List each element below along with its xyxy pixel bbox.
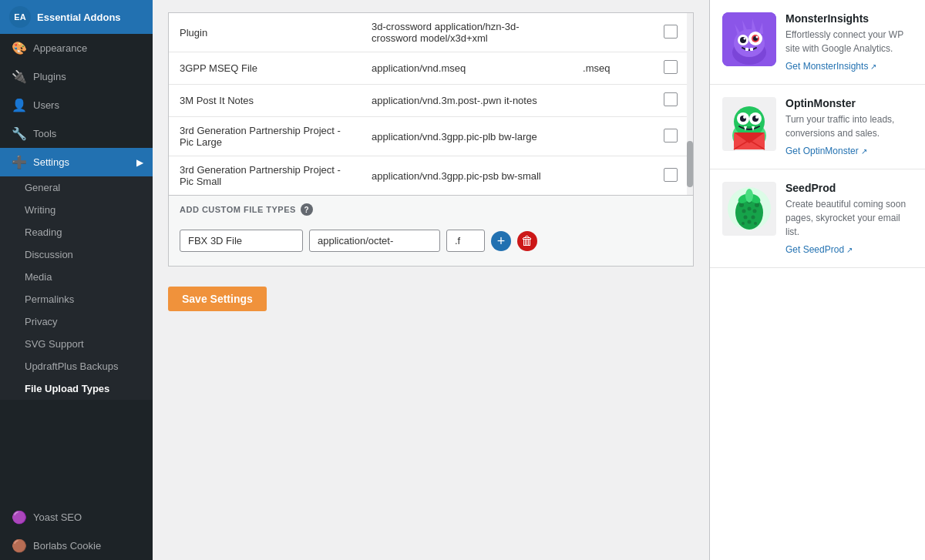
svg-point-38 xyxy=(744,216,748,220)
sidebar-item-users[interactable]: 👤 Users xyxy=(0,91,153,119)
custom-name-input[interactable] xyxy=(180,230,303,252)
ad-title: OptinMonster xyxy=(785,97,913,109)
table-row: 3GPP MSEQ File application/vnd.mseq .mse… xyxy=(169,52,693,85)
add-custom-section: ADD CUSTOM FILE TYPES ? + 🗑 xyxy=(169,195,693,266)
table-row: 3rd Generation Partnership Project - Pic… xyxy=(169,156,693,196)
optinmonster-logo xyxy=(722,97,776,151)
external-link-icon: ↗ xyxy=(846,246,853,254)
cell-name: 3rd Generation Partnership Project - Pic… xyxy=(169,156,361,196)
cell-ext xyxy=(572,156,649,196)
sidebar-item-yoast[interactable]: 🟣 Yoast SEO xyxy=(0,503,153,531)
right-sidebar: MonsterInsights Effortlessly connect you… xyxy=(709,0,925,560)
cell-ext xyxy=(572,117,649,156)
svg-point-42 xyxy=(754,222,757,225)
sidebar-item-tools[interactable]: 🔧 Tools xyxy=(0,119,153,148)
svg-point-36 xyxy=(753,210,757,213)
external-link-icon: ↗ xyxy=(861,147,867,156)
checkbox[interactable] xyxy=(664,129,678,143)
seedprod-logo xyxy=(722,182,776,236)
sidebar-item-borlabs[interactable]: 🟤 Borlabs Cookie xyxy=(0,531,153,560)
add-custom-label: ADD CUSTOM FILE TYPES xyxy=(180,205,296,214)
plugins-icon: 🔌 xyxy=(12,69,27,84)
monsterinsights-logo xyxy=(722,12,776,66)
submenu-item-writing[interactable]: Writing xyxy=(0,199,153,221)
submenu-item-permalinks[interactable]: Permalinks xyxy=(0,288,153,310)
submenu-item-svg-support[interactable]: SVG Support xyxy=(0,333,153,355)
save-button[interactable]: Save Settings xyxy=(168,287,267,311)
ad-link-seedprod[interactable]: Get SeedProd ↗ xyxy=(785,244,853,255)
custom-ext-input[interactable] xyxy=(446,230,485,252)
submenu-item-general[interactable]: General xyxy=(0,176,153,199)
submenu-item-file-upload[interactable]: File Upload Types xyxy=(0,377,153,400)
appearance-icon: 🎨 xyxy=(12,41,27,55)
sidebar-item-plugins[interactable]: 🔌 Plugins xyxy=(0,62,153,91)
main-wrapper: Plugin 3d-crossword application/hzn-3d-c… xyxy=(153,0,925,560)
file-types-table: Plugin 3d-crossword application/hzn-3d-c… xyxy=(169,13,693,195)
add-row-button[interactable]: + xyxy=(491,231,511,251)
svg-point-35 xyxy=(742,210,746,213)
sidebar-item-label: Borlabs Cookie xyxy=(33,540,101,552)
cell-ext xyxy=(572,13,649,52)
cell-mime: application/vnd.3gpp.pic-plb bw-large xyxy=(361,117,572,156)
settings-icon: ➕ xyxy=(12,155,27,169)
submenu-item-updraftplus[interactable]: UpdraftPlus Backups xyxy=(0,355,153,377)
custom-mime-input[interactable] xyxy=(309,230,440,252)
ad-description: Effortlessly connect your WP site with G… xyxy=(785,28,913,55)
custom-row: + 🗑 xyxy=(180,223,682,258)
sidebar-item-appearance[interactable]: 🎨 Appearance xyxy=(0,34,153,62)
delete-row-button[interactable]: 🗑 xyxy=(517,231,537,251)
checkbox[interactable] xyxy=(664,168,678,182)
svg-point-37 xyxy=(748,207,752,211)
sidebar-item-label: Appearance xyxy=(33,42,87,54)
submenu-item-reading[interactable]: Reading xyxy=(0,221,153,243)
ad-widget-seedprod: SeedProd Create beautiful coming soon pa… xyxy=(710,169,925,268)
table-row: 3rd Generation Partnership Project - Pic… xyxy=(169,117,693,156)
main-content: Plugin 3d-crossword application/hzn-3d-c… xyxy=(153,0,709,560)
svg-point-23 xyxy=(755,116,758,119)
logo-circle: EA xyxy=(9,6,31,28)
cell-ext xyxy=(572,85,649,117)
help-icon[interactable]: ? xyxy=(301,203,313,216)
scrollbar[interactable] xyxy=(687,13,693,195)
checkbox[interactable] xyxy=(664,60,678,74)
sidebar-item-label: Users xyxy=(33,99,59,111)
logo-label: Essential Addons xyxy=(37,12,121,23)
svg-point-39 xyxy=(752,216,755,220)
sidebar-item-label: Settings xyxy=(33,156,69,168)
ad-description: Turn your traffic into leads, conversion… xyxy=(785,112,913,140)
monsterinsights-mascot-svg xyxy=(722,12,776,66)
ad-link-monsterinsights[interactable]: Get MonsterInsights ↗ xyxy=(785,61,876,72)
checkbox[interactable] xyxy=(664,92,678,106)
ad-widget-optinmonster: OptinMonster Turn your traffic into lead… xyxy=(710,85,925,169)
checkbox[interactable] xyxy=(664,25,678,39)
settings-submenu: General Writing Reading Discussion Media… xyxy=(0,176,153,400)
svg-rect-15 xyxy=(750,48,753,51)
table-row: Plugin 3d-crossword application/hzn-3d-c… xyxy=(169,13,693,52)
submenu-item-privacy[interactable]: Privacy xyxy=(0,310,153,333)
ad-link-optinmonster[interactable]: Get OptinMonster ↗ xyxy=(785,146,867,156)
svg-point-32 xyxy=(739,203,744,207)
svg-point-13 xyxy=(756,36,758,39)
sidebar: EA Essential Addons 🎨 Appearance 🔌 Plugi… xyxy=(0,0,153,560)
cell-name: 3M Post It Notes xyxy=(169,85,361,117)
ad-description: Create beautiful coming soon pages, skyr… xyxy=(785,197,913,239)
scroll-thumb[interactable] xyxy=(687,141,693,187)
external-link-icon: ↗ xyxy=(870,62,876,71)
submenu-item-media[interactable]: Media xyxy=(0,266,153,288)
cell-mime: 3d-crossword application/hzn-3d-crosswor… xyxy=(361,13,572,52)
submenu-item-discussion[interactable]: Discussion xyxy=(0,243,153,266)
seedprod-mascot-svg xyxy=(722,182,776,236)
sidebar-item-label: Plugins xyxy=(33,71,66,82)
file-types-container: Plugin 3d-crossword application/hzn-3d-c… xyxy=(168,12,694,267)
svg-rect-14 xyxy=(745,48,748,51)
cell-ext: .mseq xyxy=(572,52,649,85)
cell-mime: application/vnd.3m.post-.pwn it-notes xyxy=(361,85,572,117)
cell-name: 3rd Generation Partnership Project - Pic… xyxy=(169,117,361,156)
borlabs-icon: 🟤 xyxy=(12,538,27,553)
sidebar-logo[interactable]: EA Essential Addons xyxy=(0,0,153,34)
sidebar-item-settings[interactable]: ➕ Settings ▶ xyxy=(0,148,153,176)
arrow-right-icon: ▶ xyxy=(136,157,143,168)
svg-point-34 xyxy=(755,203,759,207)
ad-title: MonsterInsights xyxy=(785,12,913,25)
users-icon: 👤 xyxy=(12,98,27,112)
